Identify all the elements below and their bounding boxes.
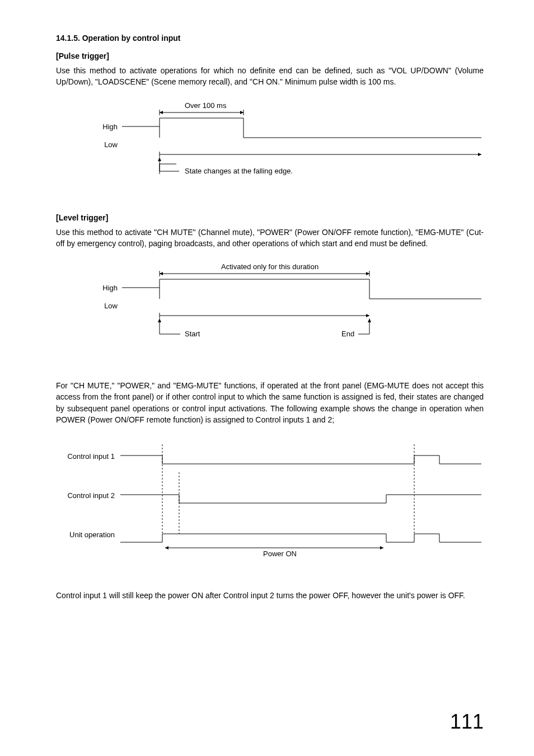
level-diagram: Activated only for this duration High Lo…	[56, 262, 484, 346]
svg-marker-7	[158, 157, 161, 161]
closing-paragraph: Control input 1 will still keep the powe…	[56, 590, 484, 601]
level-heading: [Level trigger]	[56, 213, 484, 222]
svg-marker-16	[158, 318, 161, 322]
pulse-paragraph: Use this method to activate operations f…	[56, 65, 484, 88]
svg-marker-19	[368, 318, 371, 322]
example-paragraph: For "CH MUTE," "POWER," and "EMG-MUTE" f…	[56, 380, 484, 425]
pulse-diagram: High Low Over 100 ms State changes at th…	[56, 101, 484, 180]
page-number: 111	[450, 710, 484, 734]
level-paragraph: Use this method to activate "CH MUTE" (C…	[56, 227, 484, 250]
section-heading: 14.1.5. Operation by control input	[56, 34, 484, 43]
example-diagram: Control input 1 Control input 2 Unit ope…	[56, 439, 484, 567]
section-number: 14.1.5.	[56, 34, 80, 43]
pulse-heading: [Pulse trigger]	[56, 51, 484, 60]
section-title: Operation by control input	[82, 34, 181, 43]
